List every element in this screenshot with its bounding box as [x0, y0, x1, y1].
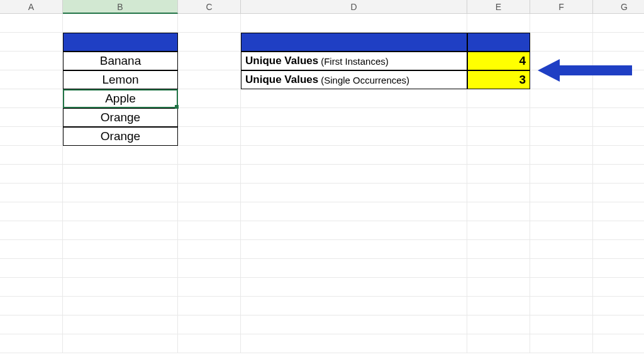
cell-b16[interactable]	[63, 297, 178, 315]
cell-f17[interactable]	[530, 315, 593, 334]
cell-c10[interactable]	[178, 184, 241, 202]
cell-f9[interactable]	[530, 165, 593, 184]
unique-value-2[interactable]: 3	[467, 70, 530, 89]
cell-f1[interactable]	[530, 14, 593, 33]
cell-d17[interactable]	[241, 315, 467, 334]
fruit-item-1[interactable]: Banana	[63, 52, 178, 70]
spreadsheet-grid[interactable]: A B C D E F G Banana Unique Values(First…	[0, 0, 644, 362]
cell-d9[interactable]	[241, 165, 467, 184]
cell-e13[interactable]	[467, 240, 530, 259]
cell-a5[interactable]	[0, 89, 63, 108]
cell-e6[interactable]	[467, 108, 530, 127]
unique-label-1[interactable]: Unique Values(First Instances)	[241, 52, 467, 70]
cell-a8[interactable]	[0, 146, 63, 165]
cell-d11[interactable]	[241, 202, 467, 221]
cell-e5[interactable]	[467, 89, 530, 108]
cell-g17[interactable]	[593, 315, 644, 334]
cell-c1[interactable]	[178, 14, 241, 33]
cell-b14[interactable]	[63, 259, 178, 278]
fruit-item-5[interactable]: Orange	[63, 127, 178, 146]
unique-header-val[interactable]	[467, 33, 530, 52]
cell-d12[interactable]	[241, 221, 467, 240]
cell-d15[interactable]	[241, 278, 467, 297]
cell-a11[interactable]	[0, 202, 63, 221]
col-header-e[interactable]: E	[467, 0, 530, 14]
cell-d14[interactable]	[241, 259, 467, 278]
cell-b12[interactable]	[63, 221, 178, 240]
cell-c8[interactable]	[178, 146, 241, 165]
cell-f8[interactable]	[530, 146, 593, 165]
cell-f12[interactable]	[530, 221, 593, 240]
cell-f14[interactable]	[530, 259, 593, 278]
unique-header[interactable]	[241, 33, 467, 52]
cell-e7[interactable]	[467, 127, 530, 146]
cell-c18[interactable]	[178, 334, 241, 353]
cell-f10[interactable]	[530, 184, 593, 202]
cell-e8[interactable]	[467, 146, 530, 165]
cell-g4[interactable]	[593, 70, 644, 89]
col-header-a[interactable]: A	[0, 0, 63, 14]
cell-g13[interactable]	[593, 240, 644, 259]
fruit-header[interactable]	[63, 33, 178, 52]
cell-b15[interactable]	[63, 278, 178, 297]
cell-c7[interactable]	[178, 127, 241, 146]
fruit-item-2[interactable]: Lemon	[63, 70, 178, 89]
fruit-item-3[interactable]: Apple	[63, 89, 178, 108]
cell-a14[interactable]	[0, 259, 63, 278]
cell-f6[interactable]	[530, 108, 593, 127]
col-header-c[interactable]: C	[178, 0, 241, 14]
cell-c17[interactable]	[178, 315, 241, 334]
cell-g12[interactable]	[593, 221, 644, 240]
cell-c2[interactable]	[178, 33, 241, 52]
col-header-d[interactable]: D	[241, 0, 467, 14]
cell-e17[interactable]	[467, 315, 530, 334]
cell-e1[interactable]	[467, 14, 530, 33]
cell-a7[interactable]	[0, 127, 63, 146]
cell-f7[interactable]	[530, 127, 593, 146]
cell-b17[interactable]	[63, 315, 178, 334]
cell-f18[interactable]	[530, 334, 593, 353]
col-header-g[interactable]: G	[593, 0, 644, 14]
cell-c15[interactable]	[178, 278, 241, 297]
cell-a13[interactable]	[0, 240, 63, 259]
col-header-b[interactable]: B	[63, 0, 178, 14]
cell-e15[interactable]	[467, 278, 530, 297]
cell-c5[interactable]	[178, 89, 241, 108]
cell-e14[interactable]	[467, 259, 530, 278]
cell-a9[interactable]	[0, 165, 63, 184]
cell-f13[interactable]	[530, 240, 593, 259]
cell-c11[interactable]	[178, 202, 241, 221]
cell-e16[interactable]	[467, 297, 530, 315]
cell-g10[interactable]	[593, 184, 644, 202]
cell-c13[interactable]	[178, 240, 241, 259]
cell-a6[interactable]	[0, 108, 63, 127]
cell-b18[interactable]	[63, 334, 178, 353]
cell-b13[interactable]	[63, 240, 178, 259]
cell-e11[interactable]	[467, 202, 530, 221]
cell-a1[interactable]	[0, 14, 63, 33]
cell-f15[interactable]	[530, 278, 593, 297]
unique-label-2[interactable]: Unique Values(Single Occurrences)	[241, 70, 467, 89]
cell-b11[interactable]	[63, 202, 178, 221]
cell-a16[interactable]	[0, 297, 63, 315]
cell-c9[interactable]	[178, 165, 241, 184]
cell-a17[interactable]	[0, 315, 63, 334]
cell-g8[interactable]	[593, 146, 644, 165]
cell-a15[interactable]	[0, 278, 63, 297]
cell-e12[interactable]	[467, 221, 530, 240]
cell-g3[interactable]	[593, 52, 644, 70]
cell-c3[interactable]	[178, 52, 241, 70]
cell-g5[interactable]	[593, 89, 644, 108]
cell-e18[interactable]	[467, 334, 530, 353]
cell-b8[interactable]	[63, 146, 178, 165]
cell-f2[interactable]	[530, 33, 593, 52]
cell-a18[interactable]	[0, 334, 63, 353]
cell-b1[interactable]	[63, 14, 178, 33]
cell-g6[interactable]	[593, 108, 644, 127]
cell-a3[interactable]	[0, 52, 63, 70]
cell-c4[interactable]	[178, 70, 241, 89]
cell-g7[interactable]	[593, 127, 644, 146]
cell-a10[interactable]	[0, 184, 63, 202]
cell-f4[interactable]	[530, 70, 593, 89]
cell-g2[interactable]	[593, 33, 644, 52]
